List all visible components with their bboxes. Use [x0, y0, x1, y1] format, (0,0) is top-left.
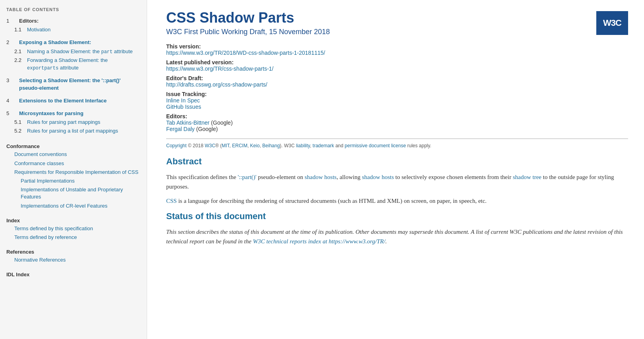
toc-label-2[interactable]: Exposing a Shadow Element:	[19, 39, 140, 46]
latest-version-label: Latest published version:	[166, 59, 234, 65]
mit-link[interactable]: MIT	[222, 143, 229, 148]
editor1-org: (Google)	[211, 119, 233, 126]
editors-draft-url[interactable]: http://drafts.csswg.org/css-shadow-parts…	[166, 81, 628, 88]
toc-num-4: 4	[6, 97, 19, 104]
meta-issue-tracking: Issue Tracking: Inline In Spec GitHub Is…	[166, 91, 628, 110]
toc-num-1: 1	[6, 17, 19, 25]
shadow-hosts-link-1[interactable]: shadow hosts	[305, 174, 336, 180]
toc-label-4[interactable]: Extensions to the Element Interface	[19, 97, 140, 104]
toc-label-5-2[interactable]: Rules for parsing a list of part mapping…	[27, 127, 140, 135]
meta-this-version: This version: https://www.w3.org/TR/2018…	[166, 43, 628, 56]
toc-label-conformance-4[interactable]: Partial Implementations	[21, 177, 140, 185]
abstract-para-2: CSS is a language for describing the ren…	[166, 196, 628, 206]
trademark-link[interactable]: trademark	[312, 143, 334, 148]
toc-label-5[interactable]: Microsyntaxes for parsing	[19, 110, 140, 117]
toc-label-conformance-5[interactable]: Implementations of Unstable and Propriet…	[21, 186, 140, 200]
liability-link[interactable]: liability	[296, 143, 310, 148]
copyright-bar: Copyright © 2018 W3C® (MIT, ERCIM, Keio,…	[166, 139, 628, 148]
doc-title-block: CSS Shadow Parts W3C First Public Workin…	[166, 10, 330, 36]
table-of-contents: TABLE OF CONTENTS 1 Editors: 1.1 Motivat…	[0, 0, 147, 339]
toc-label-index-1[interactable]: Terms defined by this specification	[14, 225, 140, 232]
toc-label-conformance-1[interactable]: Document conventions	[14, 151, 140, 158]
toc-num-5: 5	[6, 110, 19, 117]
toc-label-2-1[interactable]: Naming a Shadow Element: the part attrib…	[27, 48, 140, 56]
toc-title: TABLE OF CONTENTS	[6, 7, 140, 12]
toc-label-1[interactable]: Editors:	[19, 17, 140, 25]
shadow-hosts-link-2[interactable]: shadow hosts	[362, 174, 394, 180]
abstract-section: Abstract This specification defines the …	[166, 156, 628, 206]
w3c-logo-text: W3C	[603, 18, 621, 28]
toc-label-conformance-2[interactable]: Conformance classes	[14, 160, 140, 167]
this-version-label: This version:	[166, 43, 201, 50]
toc-label-2-2[interactable]: Forwarding a Shadow Element: the exportp…	[27, 57, 140, 71]
css-link[interactable]: CSS	[166, 198, 177, 204]
w3c-link[interactable]: W3C	[205, 143, 215, 148]
editors-draft-label: Editor's Draft:	[166, 75, 203, 81]
permissive-license-link[interactable]: permissive document license	[345, 143, 406, 148]
toc-num-1-1: 1.1	[14, 26, 27, 33]
toc-label-5-1[interactable]: Rules for parsing part mappings	[27, 119, 140, 126]
keio-link[interactable]: Keio	[250, 143, 260, 148]
beihang-link[interactable]: Beihang	[262, 143, 280, 148]
issue-tracking-github-link[interactable]: GitHub Issues	[166, 104, 628, 110]
toc-link-4[interactable]: Extensions to the Element Interface	[19, 98, 107, 104]
toc-num-5-2: 5.2	[14, 127, 27, 135]
this-version-url[interactable]: https://www.w3.org/TR/2018/WD-css-shadow…	[166, 50, 628, 56]
doc-header: CSS Shadow Parts W3C First Public Workin…	[166, 10, 628, 36]
toc-link-5-2[interactable]: Rules for parsing a list of part mapping…	[27, 128, 118, 134]
issue-tracking-label: Issue Tracking:	[166, 91, 207, 97]
editor2-link[interactable]: Fergal Daly	[166, 126, 195, 132]
ercim-link[interactable]: ERCIM	[232, 143, 248, 148]
part-pseudo-link[interactable]: '::part()'	[238, 174, 256, 180]
toc-index-header: Index	[6, 215, 140, 224]
meta-editors: Editors: Tab Atkins-Bittner (Google) Fer…	[166, 113, 628, 132]
abstract-title: Abstract	[166, 156, 628, 167]
toc-label-index-2[interactable]: Terms defined by reference	[14, 234, 140, 241]
toc-link-2-2[interactable]: Forwarding a Shadow Element: the exportp…	[27, 57, 108, 70]
copyright-link[interactable]: Copyright	[166, 143, 186, 148]
latest-version-url[interactable]: https://www.w3.org/TR/css-shadow-parts-1…	[166, 65, 628, 72]
toc-references-header: References	[6, 247, 140, 256]
toc-label-references-1[interactable]: Normative References	[14, 256, 140, 264]
toc-link-5-1[interactable]: Rules for parsing part mappings	[27, 119, 100, 125]
w3c-tr-index-link[interactable]: W3C technical reports index at https://w…	[253, 238, 385, 245]
toc-num-2-2: 2.2	[14, 57, 27, 64]
toc-conformance-header: Conformance	[6, 141, 140, 150]
abstract-body: This specification defines the '::part()…	[166, 172, 628, 206]
toc-num-2-1: 2.1	[14, 48, 27, 55]
status-section: Status of this document This section des…	[166, 211, 628, 246]
editor1: Tab Atkins-Bittner (Google)	[166, 119, 628, 126]
meta-editors-draft: Editor's Draft: http://drafts.csswg.org/…	[166, 75, 628, 88]
toc-num-3: 3	[6, 77, 19, 84]
doc-title: CSS Shadow Parts	[166, 10, 330, 26]
toc-num-5-1: 5.1	[14, 119, 27, 126]
meta-latest-version: Latest published version: https://www.w3…	[166, 59, 628, 72]
editor2: Fergal Daly (Google)	[166, 126, 628, 132]
main-content: CSS Shadow Parts W3C First Public Workin…	[147, 0, 644, 339]
toc-label-conformance-3[interactable]: Requirements for Responsible Implementat…	[14, 169, 140, 176]
w3c-logo: W3C	[596, 11, 628, 35]
toc-label-3[interactable]: Selecting a Shadow Element: the '::part(…	[19, 77, 140, 91]
toc-link-3[interactable]: Selecting a Shadow Element: the '::part(…	[19, 77, 120, 91]
toc-idl-header: IDL Index	[6, 269, 140, 278]
editor2-org: (Google)	[196, 126, 217, 132]
toc-link-2-1[interactable]: Naming a Shadow Element: the part attrib…	[27, 48, 133, 54]
status-title: Status of this document	[166, 211, 628, 222]
meta-block: This version: https://www.w3.org/TR/2018…	[166, 43, 628, 132]
toc-label-conformance-6[interactable]: Implementations of CR-level Features	[21, 202, 140, 210]
abstract-para-1: This specification defines the '::part()…	[166, 172, 628, 191]
toc-link-5[interactable]: Microsyntaxes for parsing	[19, 110, 83, 116]
toc-label-1-1[interactable]: Motivation	[27, 26, 140, 33]
issue-tracking-inline-link[interactable]: Inline In Spec	[166, 97, 628, 104]
editor1-link[interactable]: Tab Atkins-Bittner	[166, 119, 209, 126]
editors-label: Editors:	[166, 113, 187, 119]
toc-link-2[interactable]: Exposing a Shadow Element:	[19, 39, 91, 45]
toc-link-1-1[interactable]: Motivation	[27, 27, 50, 33]
toc-num-2: 2	[6, 39, 19, 46]
status-para: This section describes the status of thi…	[166, 227, 628, 246]
doc-subtitle: W3C First Public Working Draft, 15 Novem…	[166, 28, 330, 36]
shadow-tree-link[interactable]: shadow tree	[513, 174, 541, 180]
status-body: This section describes the status of thi…	[166, 227, 628, 246]
